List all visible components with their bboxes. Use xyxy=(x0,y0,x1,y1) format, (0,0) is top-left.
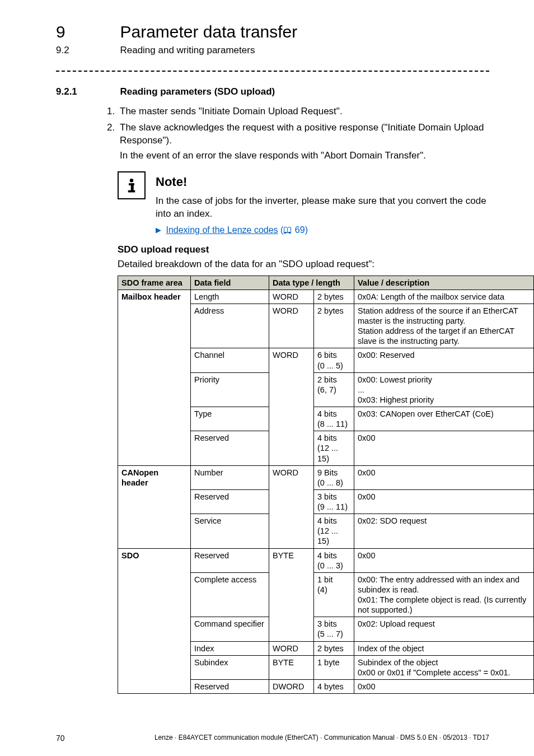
cell-value: 0x02: SDO request xyxy=(354,514,534,548)
divider xyxy=(56,71,489,72)
cell-length: 2 bytes xyxy=(314,641,354,655)
cell-value: Subindex of the object0x00 or 0x01 if "C… xyxy=(354,655,534,679)
cell-value: 0x0A: Length of the mailbox service data xyxy=(354,290,534,304)
cell-field: Reserved xyxy=(191,489,269,514)
th-value: Value / description xyxy=(354,276,534,290)
cell-field: Service xyxy=(191,514,269,548)
cell-field: Number xyxy=(191,465,269,489)
subsection-number: 9.2.1 xyxy=(56,86,118,97)
cell-type: DWORD xyxy=(269,679,314,693)
cell-value: 0x03: CANopen over EtherCAT (CoE) xyxy=(354,407,534,431)
cell-length: 2 bits(6, 7) xyxy=(314,372,354,407)
cell-value: 0x00: Reserved xyxy=(354,348,534,372)
list-item: The master sends "Initiate Domain Upload… xyxy=(118,105,489,118)
cell-length: 3 bits(9 ... 11) xyxy=(314,489,354,514)
cell-field: Channel xyxy=(191,348,269,372)
chapter-number: 9 xyxy=(56,22,118,41)
note-link[interactable]: ▶ Indexing of the Lenze codes (🕮 69) xyxy=(156,225,489,235)
cell-type: BYTE xyxy=(269,548,314,641)
note-body-text: In the case of jobs for the inverter, pl… xyxy=(156,195,489,221)
cell-type: WORD xyxy=(269,641,314,655)
cell-area: SDO xyxy=(118,548,191,694)
th-field: Data field xyxy=(191,276,269,290)
cell-type: WORD xyxy=(269,348,314,465)
cell-length: 4 bits(8 ... 11) xyxy=(314,407,354,431)
cell-value: Index of the object xyxy=(354,641,534,655)
cell-field: Complete access xyxy=(191,572,269,617)
note-link-text[interactable]: Indexing of the Lenze codes xyxy=(166,225,278,235)
note-heading: Note! xyxy=(156,175,489,189)
cell-value: 0x00 xyxy=(354,431,534,465)
cell-value: 0x00: Lowest priority...0x03: Highest pr… xyxy=(354,372,534,407)
cell-field: Type xyxy=(191,407,269,431)
cell-type: WORD xyxy=(269,465,314,548)
cell-type: BYTE xyxy=(269,655,314,679)
cell-length: 1 byte xyxy=(314,655,354,679)
cell-field: Index xyxy=(191,641,269,655)
note-box: Note! In the case of jobs for the invert… xyxy=(118,170,489,235)
section-title: Reading and writing parameters xyxy=(120,45,255,56)
cell-length: 3 bits(5 ... 7) xyxy=(314,617,354,641)
cell-field: Address xyxy=(191,304,269,348)
info-icon xyxy=(118,171,146,199)
chapter-title: Parameter data transfer xyxy=(120,22,297,41)
svg-point-0 xyxy=(130,179,134,183)
table-row: Mailbox headerLengthWORD2 bytes0x0A: Len… xyxy=(118,290,534,304)
table-header-row: SDO frame area Data field Data type / le… xyxy=(118,276,534,290)
th-area: SDO frame area xyxy=(118,276,191,290)
svg-rect-2 xyxy=(131,183,134,191)
request-heading: SDO upload request xyxy=(118,244,489,255)
page-number: 70 xyxy=(56,734,65,743)
cell-area: Mailbox header xyxy=(118,290,191,465)
cell-field: Reserved xyxy=(191,431,269,465)
subsection-title: Reading parameters (SDO upload) xyxy=(120,86,275,97)
cell-length: 4 bits(0 ... 3) xyxy=(314,548,354,572)
cell-field: Priority xyxy=(191,372,269,407)
page-footer: 70 Lenze · E84AYCET communication module… xyxy=(56,734,489,743)
cell-length: 2 bytes xyxy=(314,290,354,304)
cell-value: 0x00 xyxy=(354,489,534,514)
cell-length: 6 bits(0 ... 5) xyxy=(314,348,354,372)
table-row: SDOReservedBYTE4 bits(0 ... 3)0x00 xyxy=(118,548,534,572)
cell-type: WORD xyxy=(269,304,314,348)
section-number: 9.2 xyxy=(56,45,118,56)
cell-value: 0x00 xyxy=(354,679,534,693)
cell-length: 4 bytes xyxy=(314,679,354,693)
triangle-icon: ▶ xyxy=(156,226,161,234)
cell-length: 4 bits(12 ... 15) xyxy=(314,431,354,465)
list-item-sub: In the event of an error the slave respo… xyxy=(120,150,489,162)
cell-field: Subindex xyxy=(191,655,269,679)
cell-length: 1 bit(4) xyxy=(314,572,354,617)
cell-field: Length xyxy=(191,290,269,304)
cell-value: 0x00 xyxy=(354,548,534,572)
cell-length: 2 bytes xyxy=(314,304,354,348)
cell-value: 0x00: The entry addressed with an index … xyxy=(354,572,534,617)
cell-type: WORD xyxy=(269,290,314,304)
cell-field: Reserved xyxy=(191,679,269,693)
note-link-page: (🕮 69) xyxy=(280,225,308,235)
cell-field: Command specifier xyxy=(191,617,269,641)
cell-value: 0x00 xyxy=(354,465,534,489)
footer-line: Lenze · E84AYCET communication module (E… xyxy=(154,734,489,743)
sdo-upload-table: SDO frame area Data field Data type / le… xyxy=(118,276,534,694)
th-typelen: Data type / length xyxy=(269,276,354,290)
cell-length: 4 bits(12 ... 15) xyxy=(314,514,354,548)
cell-area: CANopen header xyxy=(118,465,191,548)
cell-value: Station address of the source if an Ethe… xyxy=(354,304,534,348)
request-paragraph: Detailed breakdown of the data for an "S… xyxy=(118,259,489,270)
list-item: The slave acknowledges the request with … xyxy=(118,122,489,162)
steps-list: The master sends "Initiate Domain Upload… xyxy=(118,105,489,162)
cell-value: 0x02: Upload request xyxy=(354,617,534,641)
svg-rect-3 xyxy=(128,190,135,193)
table-row: CANopen headerNumberWORD9 Bits(0 ... 8)0… xyxy=(118,465,534,489)
cell-length: 9 Bits(0 ... 8) xyxy=(314,465,354,489)
cell-field: Reserved xyxy=(191,548,269,572)
